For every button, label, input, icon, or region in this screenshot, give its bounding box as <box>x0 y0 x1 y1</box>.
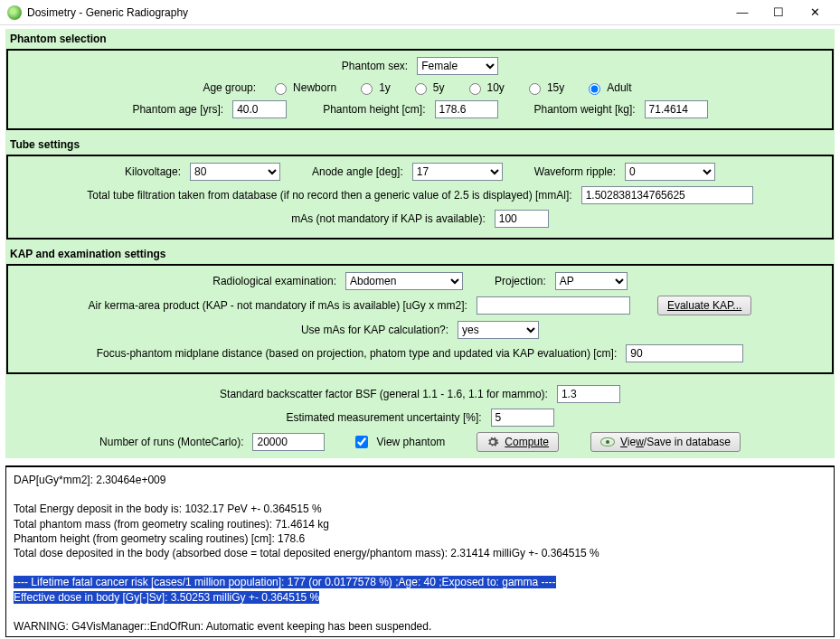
eye-icon <box>600 437 615 446</box>
log-line: The number of events in the run exceeded… <box>14 634 826 637</box>
mas-input[interactable] <box>495 210 549 228</box>
ripple-label: Waveform ripple: <box>534 165 616 178</box>
view-phantom-checkbox[interactable]: View phantom <box>352 433 445 451</box>
log-line: Total dose deposited in the body (absorb… <box>14 546 826 560</box>
titlebar: Dosimetry - Generic Radiography — ☐ ✕ <box>0 0 840 25</box>
anode-select[interactable]: 17 <box>412 163 503 181</box>
phantom-sex-label: Phantom sex: <box>342 60 408 72</box>
phantom-weight-input[interactable] <box>645 100 708 118</box>
kap-input[interactable] <box>477 296 630 315</box>
mas-label: mAs (not mandatory if KAP is available): <box>291 212 486 225</box>
minimize-button[interactable]: — <box>724 0 760 25</box>
app-icon <box>7 5 22 20</box>
proj-select[interactable]: AP <box>555 272 628 290</box>
exam-label: Radiological examination: <box>212 275 336 287</box>
kv-label: Kilovoltage: <box>125 165 181 178</box>
log-line: WARNING: G4VisManager::EndOfRun: Automat… <box>14 619 826 634</box>
log-line-highlight: Effective dose in body [Gy[-]Sv]: 3.5025… <box>14 591 319 604</box>
use-mas-label: Use mAs for KAP calculation?: <box>301 324 448 336</box>
fpd-input[interactable] <box>626 344 743 362</box>
bsf-input[interactable] <box>557 385 620 403</box>
gear-icon <box>486 436 499 448</box>
log-line: Total Energy deposit in the body is: 103… <box>14 502 826 516</box>
kap-label: Air kerma-area product (KAP - not mandat… <box>89 299 467 312</box>
age-group-adult[interactable]: Adult <box>584 80 631 95</box>
age-group-15y[interactable]: 15y <box>524 80 564 95</box>
output-log[interactable]: DAP[uGy*mm2]: 2.30464e+009 Total Energy … <box>5 465 835 637</box>
filtration-input[interactable] <box>581 186 753 204</box>
age-group-10y[interactable]: 10y <box>465 80 505 95</box>
kap-section-title: KAP and examination settings <box>6 246 834 262</box>
evaluate-kap-button[interactable]: Evaluate KAP... <box>657 296 752 315</box>
maximize-button[interactable]: ☐ <box>760 0 797 25</box>
use-mas-select[interactable]: yes <box>458 321 539 339</box>
view-save-button[interactable]: View/Save in database <box>590 432 741 452</box>
tube-section-title: Tube settings <box>6 136 834 153</box>
phantom-weight-label: Phantom weight [kg]: <box>534 103 636 116</box>
runs-input[interactable] <box>252 433 325 451</box>
close-button[interactable]: ✕ <box>797 0 833 25</box>
phantom-section-title: Phantom selection <box>6 31 834 47</box>
phantom-height-input[interactable] <box>435 100 498 118</box>
log-line: DAP[uGy*mm2]: 2.30464e+009 <box>14 473 826 487</box>
kv-select[interactable]: 80 <box>190 163 280 181</box>
ripple-select[interactable]: 0 <box>625 163 715 181</box>
age-group-1y[interactable]: 1y <box>356 80 391 95</box>
phantom-height-label: Phantom height [cm]: <box>323 103 425 116</box>
phantom-age-input[interactable] <box>232 100 287 118</box>
unc-label: Estimated measurement uncertainty [%]: <box>286 411 481 424</box>
log-line: Phantom height (from geometry scaling ro… <box>14 531 826 546</box>
bsf-label: Standard backscatter factor BSF (general… <box>220 388 548 400</box>
window-title: Dosimetry - Generic Radiography <box>27 6 188 19</box>
tube-panel: Kilovoltage: 80 Anode angle [deg]: 17 Wa… <box>6 155 834 240</box>
lower-controls: Standard backscatter factor BSF (general… <box>5 379 835 458</box>
age-group-newborn[interactable]: Newborn <box>270 80 336 95</box>
filtration-label: Total tube filtration taken from databas… <box>87 189 571 202</box>
compute-button[interactable]: Compute <box>477 432 559 452</box>
runs-label: Number of runs (MonteCarlo): <box>99 436 243 448</box>
age-group-label: Age group: <box>203 81 256 94</box>
log-line-highlight: ---- Lifetime fatal cancer risk [cases/1… <box>14 576 556 588</box>
phantom-sex-select[interactable]: Female <box>417 57 498 75</box>
phantom-panel: Phantom sex: Female Age group: Newborn 1… <box>6 49 834 130</box>
unc-input[interactable] <box>491 409 554 427</box>
anode-label: Anode angle [deg]: <box>312 165 403 178</box>
phantom-age-label: Phantom age [yrs]: <box>132 103 223 116</box>
fpd-label: Focus-phantom midplane distance (based o… <box>97 347 617 360</box>
proj-label: Projection: <box>495 275 546 287</box>
view-phantom-check[interactable] <box>355 436 368 448</box>
age-group-5y[interactable]: 5y <box>411 80 445 95</box>
kap-panel: Radiological examination: Abdomen Projec… <box>6 264 834 374</box>
log-line: Total phantom mass (from geometry scalin… <box>14 517 826 531</box>
exam-select[interactable]: Abdomen <box>345 272 463 290</box>
